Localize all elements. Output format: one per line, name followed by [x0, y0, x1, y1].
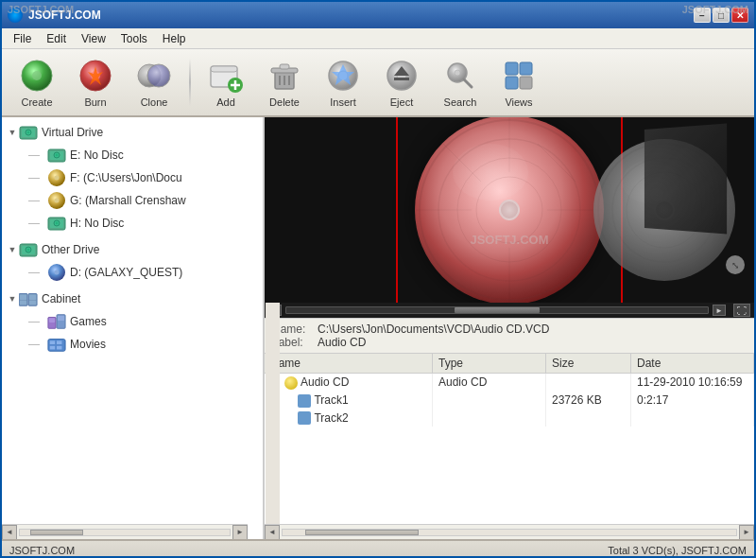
- tree-label-virtual-drive: Virtual Drive: [42, 126, 103, 139]
- tree-item-cabinet[interactable]: ▼ Cabinet: [2, 288, 263, 310]
- svg-point-33: [27, 131, 29, 133]
- h-drive-icon: [47, 214, 66, 233]
- preview-scroll-right[interactable]: ►: [713, 305, 726, 316]
- svg-rect-57: [29, 301, 36, 305]
- status-text-right: Total 3 VCD(s), JSOFTJ.COM: [608, 545, 747, 556]
- svg-rect-26: [506, 62, 518, 75]
- info-label-value: Audio CD: [318, 336, 366, 349]
- create-button[interactable]: Create: [9, 52, 64, 113]
- insert-button[interactable]: Insert: [316, 52, 370, 113]
- status-watermark-left: JSOFTJ.COM: [9, 545, 75, 556]
- menu-tools[interactable]: Tools: [113, 30, 155, 47]
- menu-help[interactable]: Help: [155, 30, 194, 47]
- col-header-name[interactable]: Name: [265, 354, 433, 373]
- tree-scroll-right[interactable]: ►: [232, 525, 248, 540]
- svg-rect-13: [280, 64, 289, 69]
- svg-point-37: [56, 154, 58, 156]
- other-drive-icon: [19, 240, 38, 259]
- preview-area: JSOFTJ.COM ⤡: [265, 117, 754, 303]
- tree-item-f[interactable]: F: (C:\Users\Jon\Docu: [2, 166, 263, 189]
- menu-file[interactable]: File: [6, 30, 39, 47]
- eject-icon: [383, 57, 421, 95]
- create-label: Create: [21, 96, 52, 108]
- virtual-drive-icon: [19, 123, 38, 142]
- tree-scroll-left[interactable]: ◄: [2, 525, 17, 540]
- burn-label: Burn: [84, 96, 106, 108]
- tree-item-movies[interactable]: Movies: [2, 333, 263, 356]
- col-header-type[interactable]: Type: [433, 354, 546, 373]
- burn-button[interactable]: Burn: [68, 52, 123, 113]
- svg-rect-59: [49, 318, 55, 323]
- file-list-header: Name Type Size Date: [265, 354, 754, 374]
- maximize-button[interactable]: □: [713, 8, 730, 23]
- filelist-scroll-left[interactable]: ◄: [265, 525, 280, 540]
- col-header-date[interactable]: Date: [631, 354, 754, 373]
- file-cell-track1-name: Track1: [265, 392, 433, 410]
- info-bar: Name: C:\Users\Jon\Documents\VCD\Audio C…: [265, 318, 754, 354]
- tree-dash-games: [28, 322, 47, 323]
- tree-h-scrollbar[interactable]: ◄ ►: [2, 524, 248, 539]
- file-cell-audiocd-name: ▽ Audio CD: [265, 374, 433, 392]
- d-disc-icon: [47, 263, 66, 282]
- e-drive-icon: [47, 146, 66, 165]
- delete-button[interactable]: Delete: [257, 52, 312, 113]
- tree-dash-g: [28, 201, 47, 201]
- file-row-track1[interactable]: Track1 23726 KB 0:2:17: [265, 392, 754, 410]
- info-name-row: Name: C:\Users\Jon\Documents\VCD\Audio C…: [272, 323, 747, 336]
- eject-button[interactable]: Eject: [374, 52, 429, 113]
- close-button[interactable]: ✕: [731, 8, 748, 23]
- fullscreen-button[interactable]: ⛶: [733, 304, 750, 317]
- preview-expand-btn[interactable]: ⤡: [726, 255, 745, 274]
- tree-item-d[interactable]: D: (GALAXY_QUEST): [2, 261, 263, 284]
- delete-icon: [266, 57, 303, 95]
- tree-item-g[interactable]: G: (Marshall Crenshaw: [2, 189, 263, 212]
- tree-label-other-drive: Other Drive: [42, 243, 99, 256]
- add-button[interactable]: Add: [198, 52, 253, 113]
- add-icon: [207, 57, 245, 95]
- search-icon: [441, 57, 479, 95]
- svg-line-25: [464, 79, 472, 87]
- tree-label-e: E: No Disc: [70, 148, 124, 162]
- tree-item-e[interactable]: E: No Disc: [2, 144, 263, 166]
- svg-point-1: [32, 71, 42, 80]
- cabinet-icon: [19, 289, 38, 308]
- tree-item-games[interactable]: Games: [2, 310, 263, 333]
- svg-point-24: [455, 70, 460, 76]
- info-name-value: C:\Users\Jon\Documents\VCD\Audio CD.VCD: [318, 323, 549, 336]
- eject-label: Eject: [390, 96, 413, 108]
- tree-item-virtual-drive[interactable]: ▼ Virtual Drive: [2, 121, 263, 144]
- file-row-audiocd[interactable]: ▽ Audio CD Audio CD 11-29-2010 10:16:59: [265, 374, 754, 392]
- tree-label-d: D: (GALAXY_QUEST): [70, 266, 182, 279]
- file-cell-audiocd-date: 11-29-2010 10:16:59: [631, 374, 754, 392]
- tree-expander-cabinet[interactable]: ▼: [6, 292, 19, 305]
- tree-dash-h: [28, 223, 47, 224]
- track2-label: Track2: [314, 411, 348, 425]
- tree-expander-other-drive[interactable]: ▼: [6, 243, 19, 256]
- views-button[interactable]: Views: [491, 52, 546, 113]
- tree-dash-movies: [28, 344, 47, 345]
- menu-bar: File Edit View Tools Help: [2, 28, 754, 49]
- tree-item-h[interactable]: H: No Disc: [2, 212, 263, 235]
- file-row-track2[interactable]: Track2: [265, 410, 754, 427]
- status-total-text: Total 3 VCD(s),: [608, 545, 679, 556]
- menu-edit[interactable]: Edit: [39, 30, 74, 47]
- track1-label: Track1: [314, 393, 348, 407]
- cd-main: [415, 117, 604, 303]
- menu-view[interactable]: View: [74, 30, 113, 47]
- status-bar: JSOFTJ.COM Total 3 VCD(s), JSOFTJ.COM: [2, 539, 754, 558]
- tree-expander-virtual-drive[interactable]: ▼: [6, 126, 19, 139]
- tree-item-other-drive[interactable]: ▼ Other Drive: [2, 238, 263, 261]
- file-cell-track2-date: [631, 410, 754, 427]
- filelist-scroll-right[interactable]: ►: [739, 525, 754, 540]
- svg-point-5: [147, 64, 170, 87]
- svg-rect-64: [57, 340, 61, 344]
- file-cell-track1-type: [433, 392, 546, 410]
- clone-icon: [135, 57, 173, 95]
- track1-icon: [298, 394, 311, 408]
- search-button[interactable]: Search: [433, 52, 488, 113]
- minimize-button[interactable]: −: [694, 8, 711, 23]
- svg-rect-54: [20, 301, 26, 305]
- col-header-size[interactable]: Size: [546, 354, 631, 373]
- info-label-row: Label: Audio CD: [272, 336, 747, 349]
- clone-button[interactable]: Clone: [127, 52, 181, 113]
